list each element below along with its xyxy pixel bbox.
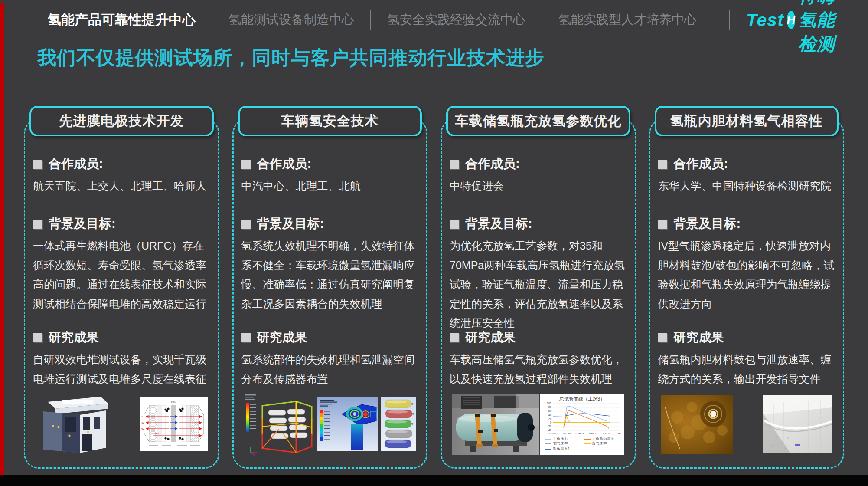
chart-legend: 工作压力工作瓶内温度充气速率放气速率瓶体温度1 xyxy=(545,437,620,451)
square-bullet-icon xyxy=(241,160,251,169)
svg-text:20: 20 xyxy=(548,417,551,420)
chart-legend-item: 瓶体温度1 xyxy=(545,447,581,451)
tab-talent-center[interactable]: 氢能实践型人才培养中心 xyxy=(542,11,713,29)
background-text: IV型气瓶渗透稳定后，快速泄放对内胆材料鼓泡/鼓包的影响不可忽略，试验数据和气瓶… xyxy=(658,236,835,313)
svg-text:H2: H2 xyxy=(141,421,144,424)
svg-text:-40: -40 xyxy=(547,429,551,432)
results-section: 研究成果 车载高压储氢气瓶充放氢参数优化，以及快速充放氢过程部件失效机理 xyxy=(450,329,627,388)
section-label-background: 背景及目标: xyxy=(241,215,419,233)
section-label-background: 背景及目标: xyxy=(33,215,210,233)
tab-safety-exchange-center[interactable]: 氢安全实践经验交流中心 xyxy=(371,11,542,29)
background-section: 背景及目标: 一体式再生燃料电池（URFC）存在循环次数短、寿命受限、氢气渗透率… xyxy=(33,215,210,329)
logo-cjk-text: 特嗨氢能检测 xyxy=(798,0,849,56)
svg-text:O2: O2 xyxy=(141,415,145,418)
section-label-results: 研究成果 xyxy=(658,329,835,346)
stack-test-equipment-photo xyxy=(36,391,110,457)
membrane-electrode-diagram: O2 H2 N2 H2O PEM xyxy=(140,397,208,451)
square-bullet-icon xyxy=(450,220,459,229)
square-bullet-icon xyxy=(33,160,42,169)
background-section: 背景及目标: 为优化充放氢工艺参数，对35和70MPa两种车载高压氢瓶进行充放氢… xyxy=(450,215,627,329)
tab-equipment-center[interactable]: 氢能测试设备制造中心 xyxy=(212,11,370,29)
card-header-pill: 先进膜电极技术开发 xyxy=(29,106,214,136)
legend-swatch xyxy=(584,439,591,440)
background-text: 一体式再生燃料电池（URFC）存在循环次数短、寿命受限、氢气渗透率高的问题。通过… xyxy=(33,236,210,313)
square-bullet-icon xyxy=(241,333,251,342)
members-text: 中特促进会 xyxy=(450,176,627,196)
slide: 氢能产品可靠性提升中心 氢能测试设备制造中心 氢安全实践经验交流中心 氢能实践型… xyxy=(0,0,868,486)
results-text: 氢系统部件的失效机理和氢泄漏空间分布及传感器布置 xyxy=(241,350,419,388)
svg-text:0: 0 xyxy=(550,421,551,424)
square-bullet-icon xyxy=(658,220,667,229)
background-text: 为优化充放氢工艺参数，对35和70MPa两种车载高压氢瓶进行充放氢试验，验证气瓶… xyxy=(450,236,627,333)
svg-text:-20: -20 xyxy=(547,425,551,428)
logo-latin-text: Test xyxy=(746,10,784,30)
results-text: 储氢瓶内胆材料鼓包与泄放速率、缠绕方式的关系，输出开发指导文件 xyxy=(658,350,835,388)
legend-swatch xyxy=(545,449,551,450)
section-label-background: 背景及目标: xyxy=(450,215,627,233)
square-bullet-icon xyxy=(33,220,42,229)
members-section: 合作成员: 东华大学、中国特种设备检测研究院 xyxy=(658,155,835,215)
valve-stress-simulation xyxy=(317,397,378,451)
card-header-pill: 氢瓶内胆材料氢气相容性 xyxy=(655,106,839,136)
square-bullet-icon xyxy=(241,220,251,229)
svg-text:7:40:48: 7:40:48 xyxy=(616,432,622,435)
members-section: 合作成员: 航天五院、上交大、北理工、哈师大 xyxy=(33,155,210,215)
svg-text:N2: N2 xyxy=(141,427,144,430)
legend-swatch xyxy=(545,439,551,440)
wrapped-cylinder-test-photo xyxy=(452,394,539,455)
card-liner-compatibility: 氢瓶内胆材料氢气相容性 合作成员: 东华大学、中国特种设备检测研究院 背景及目标… xyxy=(649,118,845,469)
left-accent-bar xyxy=(0,3,4,475)
card-fill-vent-optimisation: 车载储氢瓶充放氢参数优化 合作成员: 中特促进会 背景及目标: 为优化充放氢工艺… xyxy=(441,118,636,469)
results-section: 研究成果 氢系统部件的失效机理和氢泄漏空间分布及传感器布置 xyxy=(241,329,419,388)
svg-text:7:12:00: 7:12:00 xyxy=(602,432,611,435)
hydrogen-cylinders-rendering xyxy=(381,397,416,451)
members-text: 东华大学、中国特种设备检测研究院 xyxy=(658,176,835,196)
card-header-pill: 车载储氢瓶充放氢参数优化 xyxy=(446,106,630,136)
legend-swatch xyxy=(584,443,591,444)
chart-legend-item: 工作压力 xyxy=(545,437,581,441)
chart-legend-item: 工作瓶内温度 xyxy=(584,437,620,441)
logo-h-icon: H xyxy=(787,11,796,29)
liner-bulge-photo xyxy=(763,395,832,453)
svg-text:5:45:36: 5:45:36 xyxy=(562,432,571,435)
members-text: 中汽中心、北理工、北航 xyxy=(241,176,419,196)
members-section: 合作成员: 中特促进会 xyxy=(450,155,627,215)
square-bullet-icon xyxy=(450,333,459,342)
svg-text:100: 100 xyxy=(547,402,551,405)
card-membrane-electrode: 先进膜电极技术开发 合作成员: 航天五院、上交大、北理工、哈师大 背景及目标: … xyxy=(24,118,219,469)
image-row: O2 H2 N2 H2O PEM xyxy=(33,388,210,460)
section-label-results: 研究成果 xyxy=(241,329,419,346)
card-header-pill: 车辆氢安全技术 xyxy=(238,106,422,136)
bottom-bar xyxy=(0,475,868,486)
tab-reliability-center[interactable]: 氢能产品可靠性提升中心 xyxy=(48,11,212,29)
brand-logo[interactable]: Test H 特嗨氢能检测 xyxy=(746,0,849,56)
square-bullet-icon xyxy=(33,333,42,342)
members-text: 航天五院、上交大、北理工、哈师大 xyxy=(33,176,210,196)
svg-text:60: 60 xyxy=(548,410,551,413)
background-text: 氢系统失效机理不明确，失效特征体系不健全；车载环境微量氢泄漏响应慢、准确率低；通… xyxy=(241,236,419,313)
background-section: 背景及目标: IV型气瓶渗透稳定后，快速泄放对内胆材料鼓泡/鼓包的影响不可忽略，… xyxy=(658,215,835,329)
liner-blister-photo xyxy=(661,395,733,454)
results-section: 研究成果 储氢瓶内胆材料鼓包与泄放速率、缠绕方式的关系，输出开发指导文件 xyxy=(658,329,835,388)
square-bullet-icon xyxy=(450,160,459,169)
chart-title: 总试验曲线（工况3） xyxy=(559,396,605,402)
section-label-results: 研究成果 xyxy=(33,329,210,346)
section-label-background: 背景及目标: xyxy=(658,215,835,233)
section-label-results: 研究成果 xyxy=(450,329,627,346)
svg-text:6:43:12: 6:43:12 xyxy=(589,432,598,435)
image-row xyxy=(658,388,835,460)
page-title: 我们不仅提供测试场所，同时与客户共同推动行业技术进步 xyxy=(37,45,545,71)
members-section: 合作成员: 中汽中心、北理工、北航 xyxy=(241,155,419,215)
svg-text:5:16:48: 5:16:48 xyxy=(548,432,557,435)
svg-text:H2O: H2O xyxy=(155,432,160,435)
top-nav: 氢能产品可靠性提升中心 氢能测试设备制造中心 氢安全实践经验交流中心 氢能实践型… xyxy=(0,0,868,40)
svg-text:40: 40 xyxy=(548,414,551,417)
square-bullet-icon xyxy=(658,160,667,169)
svg-text:PEM: PEM xyxy=(171,401,176,404)
card-row: 先进膜电极技术开发 合作成员: 航天五院、上交大、北理工、哈师大 背景及目标: … xyxy=(24,105,844,469)
legend-swatch xyxy=(545,443,551,444)
section-label-members: 合作成员: xyxy=(241,155,419,173)
chart-legend-item: 充气速率 xyxy=(545,441,581,446)
vehicle-frame-simulation xyxy=(244,392,314,457)
section-label-members: 合作成员: xyxy=(450,155,627,173)
